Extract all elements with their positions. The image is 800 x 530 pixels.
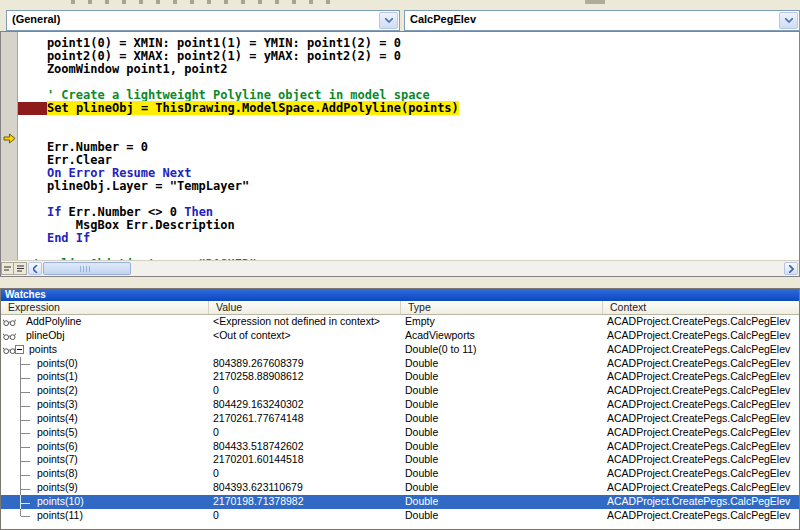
code-lines[interactable]: point1(0) = XMIN: point1(1) = YMIN: poin… <box>18 32 799 267</box>
watch-row[interactable]: points(8)0DoubleACADProject.CreatePegs.C… <box>1 467 799 481</box>
watch-context: ACADProject.CreatePegs.CalcPegElev <box>607 343 790 357</box>
watch-expression: points(2) <box>37 384 78 398</box>
code-editor[interactable]: point1(0) = XMIN: point1(1) = YMIN: poin… <box>0 31 800 277</box>
watch-context: ACADProject.CreatePegs.CalcPegElev <box>607 440 790 454</box>
code-segment: On Error Resume Next <box>47 166 192 180</box>
code-line[interactable]: MsgBox Err.Description <box>18 219 799 232</box>
watch-expression: plineObj <box>26 329 65 343</box>
code-segment: point2(0) = XMAX: point2(1) = yMAX: poin… <box>18 49 401 63</box>
watch-type: Double <box>405 412 438 426</box>
watch-row[interactable]: points(0)804389.267608379DoubleACADProje… <box>1 357 799 371</box>
object-procedure-bar: (General) CalcPegElev <box>0 8 800 31</box>
watch-context: ACADProject.CreatePegs.CalcPegElev <box>607 412 790 426</box>
watch-type: Double <box>405 440 438 454</box>
code-horizontal-scrollbar[interactable] <box>1 260 799 276</box>
watch-expression: points(4) <box>37 412 78 426</box>
code-line[interactable]: ZoomWindow point1, point2 <box>18 63 799 76</box>
chevron-down-icon[interactable] <box>379 12 398 29</box>
code-line[interactable]: plineObj.Layer = "TempLayer" <box>18 180 799 193</box>
watch-context: ACADProject.CreatePegs.CalcPegElev <box>607 495 790 509</box>
watch-value: 804429.163240302 <box>213 398 304 412</box>
watch-value: 804433.518742602 <box>213 440 304 454</box>
watch-row[interactable]: points(2)0DoubleACADProject.CreatePegs.C… <box>1 384 799 398</box>
code-segment: End If <box>47 231 90 245</box>
watch-expression: points(0) <box>37 357 78 371</box>
scrollbar-thumb[interactable] <box>43 262 131 275</box>
code-line[interactable] <box>18 115 799 128</box>
column-header-value[interactable]: Value <box>209 301 401 314</box>
watch-glasses-icon <box>3 317 16 326</box>
code-line[interactable]: End If <box>18 232 799 245</box>
chevron-down-icon[interactable] <box>779 12 798 29</box>
column-header-expression[interactable]: Expression <box>1 301 209 314</box>
watch-type: Empty <box>405 315 435 329</box>
column-header-type[interactable]: Type <box>401 301 603 314</box>
watch-row[interactable]: points(9)804393.623110679DoubleACADProje… <box>1 481 799 495</box>
code-segment: Err.Number <> 0 <box>61 205 184 219</box>
watch-context: ACADProject.CreatePegs.CalcPegElev <box>607 453 790 467</box>
watch-expression: points(1) <box>37 370 78 384</box>
code-margin-indicator-bar[interactable] <box>1 32 18 262</box>
toolbar-icon-fragments <box>58 0 338 4</box>
watch-value: 2170258.88908612 <box>213 370 304 384</box>
scroll-left-icon[interactable] <box>28 262 42 275</box>
code-segment <box>18 231 47 245</box>
watch-value: 0 <box>213 509 219 523</box>
watch-row[interactable]: points(1)2170258.88908612DoubleACADProje… <box>1 370 799 384</box>
watch-expression: points(11) <box>37 509 83 523</box>
watch-expression: points(10) <box>37 495 84 509</box>
tree-connector <box>20 453 32 467</box>
procedure-view-button[interactable] <box>1 262 14 275</box>
watch-glasses-icon <box>3 331 16 340</box>
watch-row[interactable]: points(6)804433.518742602DoubleACADProje… <box>1 440 799 454</box>
watch-row[interactable]: points(5)0DoubleACADProject.CreatePegs.C… <box>1 426 799 440</box>
watch-row[interactable]: plineObj<Out of context>AcadViewportsACA… <box>1 329 799 343</box>
procedure-dropdown[interactable]: CalcPegElev <box>404 10 800 31</box>
watch-value: 0 <box>213 426 219 440</box>
watch-type: Double(0 to 11) <box>405 343 477 357</box>
watch-context: ACADProject.CreatePegs.CalcPegElev <box>607 426 790 440</box>
watch-expression: points(3) <box>37 398 78 412</box>
watch-expression: points(8) <box>37 467 78 481</box>
watch-row-selected[interactable]: points(10)2170198.71378982DoubleACADProj… <box>1 495 799 509</box>
watch-value: 0 <box>213 384 219 398</box>
code-segment: Err.Number = 0 <box>18 140 148 154</box>
watches-title-bar[interactable]: Watches <box>1 289 799 301</box>
watch-context: ACADProject.CreatePegs.CalcPegElev <box>607 315 790 329</box>
watch-type: AcadViewports <box>405 329 475 343</box>
scroll-right-icon[interactable] <box>784 262 798 275</box>
code-segment <box>18 205 47 219</box>
watch-value: 804389.267608379 <box>213 357 304 371</box>
column-header-context[interactable]: Context <box>603 301 800 314</box>
object-dropdown-value: (General) <box>12 13 60 25</box>
watch-context: ACADProject.CreatePegs.CalcPegElev <box>607 370 790 384</box>
watch-rows: AddPolyline<Expression not defined in co… <box>1 315 799 529</box>
watch-row[interactable]: AddPolyline<Expression not defined in co… <box>1 315 799 329</box>
watch-type: Double <box>405 426 438 440</box>
full-module-view-button[interactable] <box>14 262 27 275</box>
watch-value: 2170261.77674148 <box>213 412 304 426</box>
tree-connector <box>20 357 32 371</box>
watch-row[interactable]: pointsDouble(0 to 11)ACADProject.CreateP… <box>1 343 799 357</box>
collapse-minus-icon[interactable] <box>15 345 24 354</box>
watch-context: ACADProject.CreatePegs.CalcPegElev <box>607 481 790 495</box>
tree-connector <box>20 426 32 440</box>
watch-row[interactable]: points(11)0DoubleACADProject.CreatePegs.… <box>1 509 799 523</box>
watch-context: ACADProject.CreatePegs.CalcPegElev <box>607 384 790 398</box>
watch-expression: points(9) <box>37 481 78 495</box>
watch-row[interactable]: points(7)2170201.60144518DoubleACADProje… <box>1 453 799 467</box>
tree-connector <box>20 384 32 398</box>
watch-value: 2170198.71378982 <box>213 495 304 509</box>
watch-value: 2170201.60144518 <box>213 453 304 467</box>
object-dropdown[interactable]: (General) <box>6 10 400 31</box>
watch-expression: points <box>29 343 57 357</box>
code-segment: Set plineObj = ThisDrawing.ModelSpace.Ad… <box>47 101 459 115</box>
code-line[interactable]: Err.Number = 0 <box>18 141 799 154</box>
watch-row[interactable]: points(4)2170261.77674148DoubleACADProje… <box>1 412 799 426</box>
watch-row[interactable]: points(3)804429.163240302DoubleACADProje… <box>1 398 799 412</box>
code-segment <box>18 166 47 180</box>
tree-connector <box>20 398 32 412</box>
watch-type: Double <box>405 398 438 412</box>
watch-expression: points(5) <box>37 426 78 440</box>
current-statement-line[interactable]: Set plineObj = ThisDrawing.ModelSpace.Ad… <box>18 102 799 115</box>
